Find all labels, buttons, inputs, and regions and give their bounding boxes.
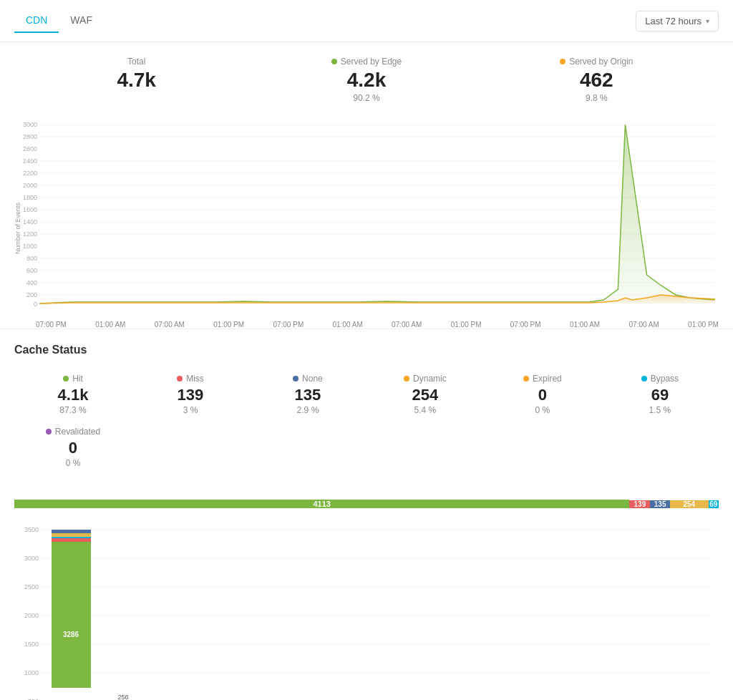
bypass-dot: [641, 376, 647, 381]
header: CDN WAF Last 72 hours ▾: [0, 0, 733, 42]
bar-html: 3286 html: [52, 530, 91, 700]
svg-text:1200: 1200: [23, 230, 37, 238]
svg-text:2800: 2800: [23, 133, 37, 140]
bar-seg-dynamic: 254: [670, 500, 709, 508]
svg-text:1000: 1000: [23, 243, 37, 250]
svg-text:800: 800: [26, 255, 37, 262]
svg-text:1000: 1000: [24, 669, 39, 676]
svg-text:Number of Events: Number of Events: [14, 202, 21, 253]
stat-origin: Served by Origin 462 9.8 %: [482, 57, 712, 103]
tab-waf[interactable]: WAF: [59, 9, 104, 33]
line-chart-area: 3000 2800 2600 2400 2200 2000 1800 1600 …: [14, 117, 719, 318]
svg-text:256: 256: [117, 694, 128, 700]
hit-value: 4.1k: [20, 387, 126, 404]
stat-edge-pct: 90.2 %: [251, 93, 481, 103]
svg-text:2000: 2000: [23, 182, 37, 189]
cache-status-title: Cache Status: [14, 344, 719, 356]
svg-text:2600: 2600: [23, 145, 37, 152]
svg-text:1800: 1800: [23, 194, 37, 201]
stat-edge-value: 4.2k: [251, 69, 481, 92]
stat-total-value: 4.7k: [21, 69, 251, 92]
stat-origin-value: 462: [482, 69, 712, 92]
dynamic-value: 254: [372, 387, 478, 404]
bypass-pct: 1.5 %: [607, 405, 713, 415]
revalidated-pct: 0 %: [20, 458, 126, 468]
stacked-bar-container: 4113 139 135 254 69: [14, 492, 719, 515]
bar-seg-bypass: 69: [709, 500, 719, 508]
time-selector-label: Last 72 hours: [645, 16, 702, 26]
x-label-1: 01:00 AM: [95, 321, 125, 329]
bar-seg-hit: 4113: [14, 500, 629, 508]
expired-dot: [523, 376, 529, 381]
svg-text:600: 600: [26, 267, 37, 274]
bar-chart-section: 3500 3000 2500 2000 1500 1000 500 0: [0, 515, 733, 700]
origin-dot: [560, 59, 565, 64]
miss-value: 139: [137, 387, 243, 404]
cache-stat-hit: Hit 4.1k 87.3 %: [14, 368, 132, 421]
stat-origin-pct: 9.8 %: [482, 93, 712, 103]
bar-seg-miss: 139: [629, 500, 650, 508]
x-label-7: 01:00 PM: [451, 321, 482, 329]
summary-stats: Total 4.7k Served by Edge 4.2k 90.2 % Se…: [0, 42, 733, 110]
dynamic-dot: [404, 376, 409, 381]
x-label-3: 01:00 PM: [213, 321, 244, 329]
stacked-bar: 4113 139 135 254 69: [14, 492, 719, 515]
svg-text:2500: 2500: [24, 583, 39, 590]
svg-text:2400: 2400: [23, 157, 37, 165]
cache-stat-bypass: Bypass 69 1.5 %: [601, 368, 719, 421]
cache-stat-revalidated: Revalidated 0 0 %: [14, 421, 132, 474]
x-label-6: 07:00 AM: [392, 321, 422, 329]
stat-edge: Served by Edge 4.2k 90.2 %: [251, 57, 481, 103]
x-label-2: 07:00 AM: [155, 321, 185, 329]
miss-pct: 3 %: [137, 405, 243, 415]
cache-stat-miss: Miss 139 3 %: [132, 368, 249, 421]
svg-text:1600: 1600: [23, 206, 37, 213]
cache-stat-none: None 135 2.9 %: [249, 368, 366, 421]
bar-css: 256 css: [109, 694, 137, 700]
bar-seg-none: 135: [650, 500, 670, 508]
hit-dot: [63, 376, 69, 381]
svg-rect-55: [52, 530, 91, 533]
cache-status-section: Cache Status Hit 4.1k 87.3 % Miss 139 3 …: [0, 329, 733, 481]
hit-pct: 87.3 %: [20, 405, 126, 415]
cache-stat-expired: Expired 0 0 %: [484, 368, 601, 421]
svg-text:3000: 3000: [23, 121, 37, 128]
tab-bar: CDN WAF: [14, 9, 104, 33]
cache-stats-row: Hit 4.1k 87.3 % Miss 139 3 % None 135 2.…: [14, 368, 719, 474]
svg-text:1500: 1500: [24, 641, 39, 648]
x-label-4: 07:00 PM: [273, 321, 304, 329]
x-label-0: 07:00 PM: [36, 321, 67, 329]
expired-pct: 0 %: [490, 405, 596, 415]
svg-marker-33: [39, 125, 715, 303]
none-value: 135: [255, 387, 361, 404]
stat-total-label: Total: [127, 57, 145, 67]
svg-text:3500: 3500: [24, 526, 39, 533]
bypass-value: 69: [607, 387, 713, 404]
svg-text:0: 0: [34, 301, 37, 308]
miss-dot: [177, 376, 183, 381]
stat-total: Total 4.7k: [21, 57, 251, 92]
dynamic-pct: 5.4 %: [372, 405, 478, 415]
svg-text:3000: 3000: [24, 555, 39, 562]
none-dot: [293, 376, 298, 381]
svg-rect-51: [52, 541, 91, 688]
svg-text:3286: 3286: [63, 631, 79, 638]
svg-text:400: 400: [26, 279, 37, 286]
x-label-9: 01:00 AM: [570, 321, 600, 329]
svg-text:1400: 1400: [23, 218, 37, 225]
x-label-5: 01:00 AM: [333, 321, 363, 329]
tab-cdn[interactable]: CDN: [14, 9, 59, 33]
line-chart-container: 3000 2800 2600 2400 2200 2000 1800 1600 …: [0, 110, 733, 329]
stat-edge-label: Served by Edge: [341, 57, 402, 67]
expired-value: 0: [490, 387, 596, 404]
x-label-10: 07:00 AM: [629, 321, 659, 329]
bar-chart-svg: 3500 3000 2500 2000 1500 1000 500 0: [14, 522, 719, 700]
x-axis-labels: 07:00 PM 01:00 AM 07:00 AM 01:00 PM 07:0…: [14, 318, 719, 329]
none-pct: 2.9 %: [255, 405, 361, 415]
line-chart-svg: 3000 2800 2600 2400 2200 2000 1800 1600 …: [14, 117, 719, 318]
chevron-down-icon: ▾: [706, 17, 709, 25]
x-label-8: 07:00 PM: [510, 321, 541, 329]
time-selector[interactable]: Last 72 hours ▾: [636, 11, 719, 31]
revalidated-value: 0: [20, 439, 126, 457]
stat-origin-label: Served by Origin: [569, 57, 633, 67]
